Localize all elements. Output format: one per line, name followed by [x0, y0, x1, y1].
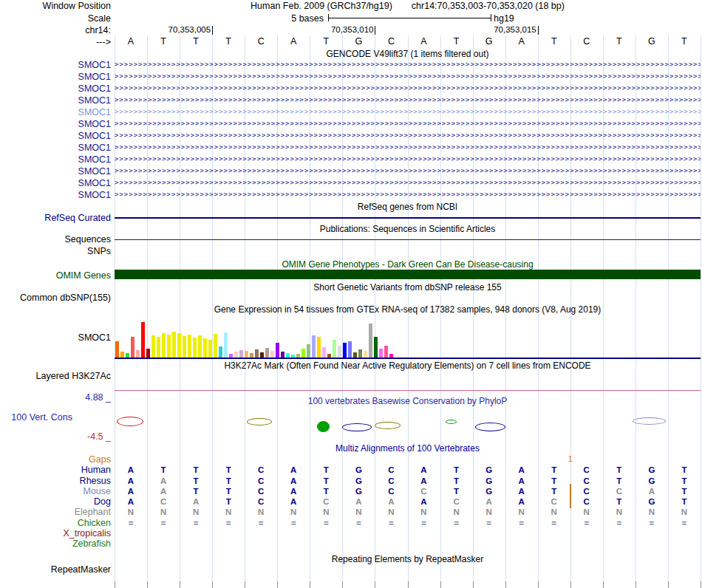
gtex-expression-bar[interactable]	[265, 348, 269, 358]
gtex-expression-bar[interactable]	[384, 346, 388, 358]
gtex-expression-bar[interactable]	[224, 332, 228, 358]
gtex-expression-bar[interactable]	[214, 334, 217, 358]
gtex-expression-bar[interactable]	[379, 349, 383, 358]
gene-label[interactable]: SMOC1	[0, 154, 111, 165]
multiz-species-label: Mouse	[0, 486, 111, 496]
gtex-expression-bar[interactable]	[374, 337, 378, 358]
gene-row[interactable]: SMOC1>>>>>>>>>>>>>>>>>>>>>>>>>>>>>>>>>>>…	[0, 142, 702, 154]
gtex-expression-bar[interactable]	[239, 350, 243, 358]
multiz-species-row[interactable]: ElephantNNNNNNNNNNNNNNNNNN	[0, 507, 702, 517]
gtex-expression-bar[interactable]	[358, 349, 362, 358]
gtex-expression-bar[interactable]	[115, 341, 119, 358]
gtex-bar-chart[interactable]	[115, 319, 701, 358]
gtex-expression-bar[interactable]	[245, 351, 248, 358]
gtex-expression-bar[interactable]	[183, 336, 186, 358]
gtex-expression-bar[interactable]	[260, 352, 264, 358]
gtex-expression-bar[interactable]	[317, 337, 321, 358]
gencode-gene-rows[interactable]: SMOC1>>>>>>>>>>>>>>>>>>>>>>>>>>>>>>>>>>>…	[0, 59, 702, 202]
multiz-species-row[interactable]: MouseAATTCATGCCTGATCCAT	[0, 486, 702, 496]
refseq-curated-label[interactable]: RefSeq Curated	[0, 213, 111, 223]
gtex-expression-bar[interactable]	[234, 352, 238, 358]
gene-label[interactable]: SMOC1	[0, 166, 111, 177]
gene-row[interactable]: SMOC1>>>>>>>>>>>>>>>>>>>>>>>>>>>>>>>>>>>…	[0, 83, 702, 95]
gtex-expression-bar[interactable]	[312, 335, 316, 358]
gene-label[interactable]: SMOC1	[0, 95, 111, 106]
h3k27ac-label[interactable]: Layered H3K27Ac	[0, 371, 111, 381]
gtex-expression-bar[interactable]	[157, 337, 160, 358]
h3k27ac-track[interactable]	[115, 390, 701, 391]
gtex-expression-bar[interactable]	[193, 338, 197, 358]
gtex-expression-bar[interactable]	[146, 349, 150, 358]
multiz-species-row[interactable]: RhesusAATTCATGCATGATCTGT	[0, 476, 702, 486]
gene-row[interactable]: SMOC1>>>>>>>>>>>>>>>>>>>>>>>>>>>>>>>>>>>…	[0, 130, 702, 142]
gene-row[interactable]: SMOC1>>>>>>>>>>>>>>>>>>>>>>>>>>>>>>>>>>>…	[0, 177, 702, 189]
repeatmasker-label[interactable]: RepeatMasker	[0, 564, 111, 575]
gtex-expression-bar[interactable]	[343, 343, 347, 358]
gene-row[interactable]: SMOC1>>>>>>>>>>>>>>>>>>>>>>>>>>>>>>>>>>>…	[0, 189, 702, 201]
gtex-expression-bar[interactable]	[364, 351, 367, 358]
gtex-expression-bar[interactable]	[208, 340, 212, 358]
gtex-expression-bar[interactable]	[136, 350, 140, 358]
gtex-expression-bar[interactable]	[281, 352, 284, 358]
gtex-expression-bar[interactable]	[188, 335, 191, 358]
gene-row[interactable]: SMOC1>>>>>>>>>>>>>>>>>>>>>>>>>>>>>>>>>>>…	[0, 95, 702, 106]
omim-gene-bar[interactable]	[115, 270, 701, 279]
gtex-expression-bar[interactable]	[333, 340, 336, 358]
gtex-expression-bar[interactable]	[219, 346, 222, 358]
gtex-gene-label[interactable]: SMOC1	[0, 332, 111, 343]
gtex-expression-bar[interactable]	[167, 335, 171, 358]
gene-row[interactable]: SMOC1>>>>>>>>>>>>>>>>>>>>>>>>>>>>>>>>>>>…	[0, 106, 702, 118]
gene-row[interactable]: SMOC1>>>>>>>>>>>>>>>>>>>>>>>>>>>>>>>>>>>…	[0, 154, 702, 165]
refseq-curated-track[interactable]	[115, 217, 701, 219]
ruler-tick	[212, 581, 213, 588]
multiz-alignment[interactable]: Gaps1HumanATTTCATGCATGATCTGTRhesusAATTCA…	[0, 454, 702, 552]
dbsnp-label[interactable]: Common dbSNP(155)	[0, 293, 111, 303]
gtex-expression-bar[interactable]	[172, 332, 176, 358]
omim-genes-label[interactable]: OMIM Genes	[0, 270, 111, 281]
gene-label[interactable]: SMOC1	[0, 83, 111, 94]
gtex-expression-bar[interactable]	[338, 346, 341, 358]
gtex-expression-bar[interactable]	[270, 351, 274, 358]
gtex-expression-bar[interactable]	[353, 352, 357, 358]
snps-label[interactable]: SNPs	[0, 246, 111, 256]
gtex-expression-bar[interactable]	[307, 344, 310, 358]
gtex-expression-bar[interactable]	[301, 349, 305, 358]
phylop-label[interactable]: 100 Vert. Cons	[0, 412, 72, 423]
gene-label[interactable]: SMOC1	[0, 178, 111, 188]
gene-intron-arrows: >>>>>>>>>>>>>>>>>>>>>>>>>>>>>>>>>>>>>>>>…	[115, 71, 701, 83]
gtex-expression-bar[interactable]	[348, 341, 352, 358]
aligned-base: G	[635, 476, 668, 486]
gtex-expression-bar[interactable]	[198, 335, 202, 358]
gtex-expression-bar[interactable]	[177, 333, 181, 358]
gene-label[interactable]: SMOC1	[0, 143, 111, 153]
coordinate-ruler[interactable]: 70,353,00570,353,01070,353,015	[115, 25, 701, 36]
gtex-expression-bar[interactable]	[369, 324, 372, 358]
publications-track[interactable]	[115, 239, 701, 240]
gtex-expression-bar[interactable]	[255, 349, 259, 358]
gene-label[interactable]: SMOC1	[0, 60, 111, 70]
aligned-base: =	[147, 518, 180, 528]
gene-row[interactable]: SMOC1>>>>>>>>>>>>>>>>>>>>>>>>>>>>>>>>>>>…	[0, 165, 702, 177]
gene-label[interactable]: SMOC1	[0, 131, 111, 141]
gtex-expression-bar[interactable]	[276, 343, 279, 358]
gtex-expression-bar[interactable]	[120, 352, 124, 358]
multiz-species-row[interactable]: DogACATCACAAACAACCTGT	[0, 496, 702, 507]
gene-label[interactable]: SMOC1	[0, 72, 111, 82]
gtex-expression-bar[interactable]	[203, 338, 207, 358]
gene-label[interactable]: SMOC1	[0, 107, 111, 117]
multiz-species-row[interactable]: Chicken==================	[0, 518, 702, 528]
multiz-species-row[interactable]: HumanATTTCATGCATGATCTGT	[0, 465, 702, 475]
gene-label[interactable]: SMOC1	[0, 119, 111, 129]
gtex-expression-bar[interactable]	[322, 347, 326, 358]
gtex-expression-bar[interactable]	[131, 337, 134, 358]
gtex-expression-bar[interactable]	[141, 322, 145, 358]
gene-label[interactable]: SMOC1	[0, 190, 111, 200]
gtex-expression-bar[interactable]	[162, 333, 166, 358]
gtex-expression-bar[interactable]	[151, 335, 155, 358]
gene-row[interactable]: SMOC1>>>>>>>>>>>>>>>>>>>>>>>>>>>>>>>>>>>…	[0, 71, 702, 83]
gene-row[interactable]: SMOC1>>>>>>>>>>>>>>>>>>>>>>>>>>>>>>>>>>>…	[0, 59, 702, 71]
gene-row[interactable]: SMOC1>>>>>>>>>>>>>>>>>>>>>>>>>>>>>>>>>>>…	[0, 118, 702, 130]
sequences-label[interactable]: Sequences	[0, 234, 111, 245]
multiz-species-row[interactable]: X_tropicalis	[0, 528, 702, 539]
multiz-species-row[interactable]: Zebrafish	[0, 539, 702, 549]
